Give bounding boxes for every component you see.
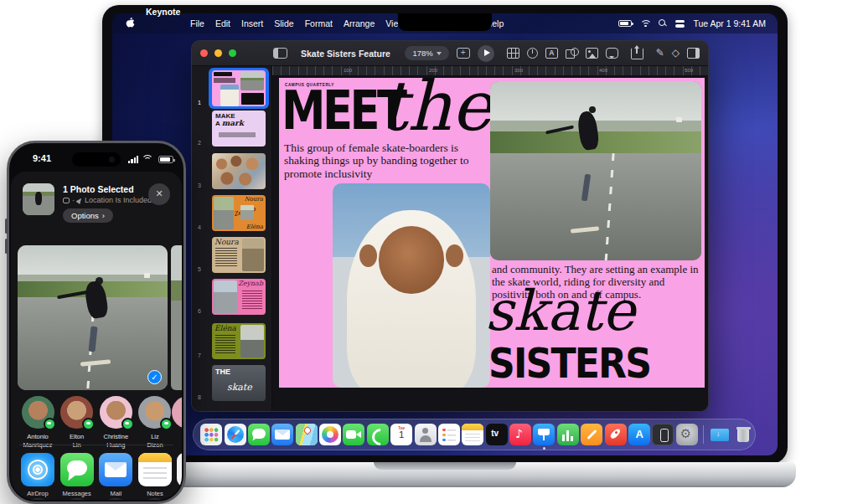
contact-christine[interactable]: ChristineHuang xyxy=(97,396,134,450)
slide-thumbnail-8[interactable]: 8 THE skate xyxy=(192,365,272,401)
slide-thumbnail-2[interactable]: 2 MAKE A mark xyxy=(192,111,272,147)
notes-share-button[interactable]: Notes xyxy=(137,453,173,497)
slide-thumbnail-4[interactable]: 4 Noura Zeynab Eléna xyxy=(192,195,272,231)
share-sheet: 1 Photo Selected · Location Is Included … xyxy=(11,172,182,500)
running-app-indicator xyxy=(543,447,545,450)
comment-icon[interactable] xyxy=(606,48,618,59)
slide-portrait-photo[interactable] xyxy=(333,183,490,388)
menu-item-edit[interactable]: Edit xyxy=(215,18,230,28)
slide-number: 7 xyxy=(198,352,201,358)
dock-maps-icon[interactable] xyxy=(296,424,318,445)
slide-thumbnail-1[interactable]: 1 xyxy=(192,70,272,106)
menu-item-insert[interactable]: Insert xyxy=(241,18,263,28)
dock-photos-icon[interactable] xyxy=(319,424,341,445)
search-icon[interactable] xyxy=(659,19,667,28)
airdrop-icon xyxy=(21,453,54,486)
chart-icon[interactable] xyxy=(527,48,538,59)
window-title: Skate Sisters Feature xyxy=(301,49,390,59)
dock-safari-icon[interactable] xyxy=(225,424,246,445)
iphone-screen: 9:41 1 Photo Selected · Location Is Incl… xyxy=(11,145,182,500)
slide-footer-headline-text[interactable]: SISTERS xyxy=(488,339,650,388)
zoom-level-dropdown[interactable]: 178% xyxy=(405,46,448,60)
airdrop-button[interactable]: AirDrop xyxy=(19,453,56,497)
contact-liz[interactable]: LizDizon xyxy=(137,396,173,450)
minimize-window-button[interactable] xyxy=(214,49,222,57)
view-sidebar-icon[interactable] xyxy=(273,48,287,59)
menu-item-slide[interactable]: Slide xyxy=(274,18,293,28)
dock-messages-icon[interactable] xyxy=(248,424,270,445)
slide-thumbnail-3[interactable]: 3 xyxy=(192,153,272,189)
shape-icon[interactable] xyxy=(566,48,578,59)
dock-launchpad-icon[interactable] xyxy=(200,424,222,445)
options-button[interactable]: Options› xyxy=(63,208,113,223)
dock-numbers-icon[interactable] xyxy=(557,424,579,445)
contact-elton[interactable]: EltonLin xyxy=(59,396,96,450)
dock-downloads-icon[interactable] xyxy=(709,424,731,445)
messages-share-button[interactable]: Messages xyxy=(59,453,96,497)
selected-photo-thumbnail xyxy=(23,183,54,215)
photo-badge-icon xyxy=(63,198,70,203)
slide-thumbnail-5[interactable]: 5 Noura xyxy=(192,237,272,273)
photo-preview[interactable]: ✓ xyxy=(18,245,168,390)
share-sheet-subtitle: · Location Is Included xyxy=(63,196,152,204)
menu-item-arrange[interactable]: Arrange xyxy=(344,18,375,28)
close-window-button[interactable] xyxy=(200,49,208,57)
slide-editor-surface[interactable]: CAMPUS QUARTERLY MEET the This group of … xyxy=(279,78,705,388)
dynamic-island xyxy=(72,152,121,167)
dock-rocket-app-icon[interactable] xyxy=(605,424,627,445)
volume-down-button[interactable] xyxy=(5,239,8,254)
apple-logo-icon[interactable] xyxy=(126,18,135,30)
zoom-window-button[interactable] xyxy=(229,49,236,57)
table-icon[interactable] xyxy=(507,48,519,59)
play-button[interactable] xyxy=(478,45,494,62)
slide-thumbnail-6[interactable]: 6 Zeynab xyxy=(192,279,272,315)
dock-pages-icon[interactable] xyxy=(581,424,602,445)
slide-thumbnail-7[interactable]: 7 Eléna xyxy=(192,323,272,359)
close-icon[interactable]: ✕ xyxy=(148,183,170,205)
cellular-signal-icon xyxy=(128,156,138,163)
dock-phone-icon[interactable] xyxy=(367,424,389,445)
dock-trash-icon[interactable] xyxy=(732,424,754,445)
dock-separator xyxy=(703,425,704,444)
dock-facetime-icon[interactable] xyxy=(343,424,364,445)
volume-up-button[interactable] xyxy=(5,219,8,234)
add-to-album-button[interactable]: + xyxy=(99,498,132,500)
next-photo-edge[interactable] xyxy=(171,245,182,390)
battery-icon[interactable] xyxy=(618,20,632,27)
dock-contacts-icon[interactable] xyxy=(415,424,437,445)
dock-appstore-icon[interactable] xyxy=(628,424,650,445)
divider xyxy=(19,445,173,445)
format-brush-icon[interactable]: ✎ xyxy=(656,48,664,59)
dock-appletv-icon[interactable] xyxy=(486,424,508,445)
menu-clock[interactable]: Tue Apr 1 9:41 AM xyxy=(693,18,766,28)
dock-notes-icon[interactable] xyxy=(462,424,483,445)
text-box-icon[interactable]: A xyxy=(545,48,558,59)
mail-share-button[interactable]: Mail xyxy=(97,453,134,497)
iphone-clock: 9:41 xyxy=(33,153,51,163)
contact-antonio[interactable]: AntonioManriquez xyxy=(19,396,56,450)
messages-icon xyxy=(60,453,94,486)
slide-skater-photo[interactable] xyxy=(490,81,701,260)
add-to-shared-album-button[interactable]: ● xyxy=(60,498,94,500)
slide-intro-text[interactable]: This group of female skate-boarders is s… xyxy=(284,141,495,180)
slide-navigator: 1 2 MAKE A mark xyxy=(192,66,272,412)
insert-slide-button[interactable]: + xyxy=(457,48,470,59)
dock-music-icon[interactable] xyxy=(509,424,531,445)
dock-keynote-icon[interactable] xyxy=(533,424,555,445)
dock-iphone-mirroring-icon[interactable] xyxy=(652,424,674,445)
document-panel-icon[interactable] xyxy=(687,48,700,59)
menu-item-format[interactable]: Format xyxy=(305,18,333,28)
wifi-icon[interactable] xyxy=(640,20,650,28)
control-center-icon[interactable] xyxy=(675,20,685,28)
animate-icon[interactable]: ◇ xyxy=(672,48,680,59)
dock-calendar-icon[interactable]: Tue 1 xyxy=(390,424,412,445)
slide-footer-script-text[interactable]: skate xyxy=(485,279,635,343)
dock-settings-icon[interactable] xyxy=(676,424,698,445)
dock-mail-icon[interactable] xyxy=(271,424,293,445)
share-icon[interactable] xyxy=(631,48,643,59)
menu-item-keynote[interactable]: Keynote xyxy=(146,7,179,40)
menu-item-file[interactable]: File xyxy=(190,18,204,28)
slide-headline-script-text[interactable]: the xyxy=(380,78,492,146)
dock-reminders-icon[interactable] xyxy=(438,424,460,445)
media-icon[interactable] xyxy=(586,48,598,59)
